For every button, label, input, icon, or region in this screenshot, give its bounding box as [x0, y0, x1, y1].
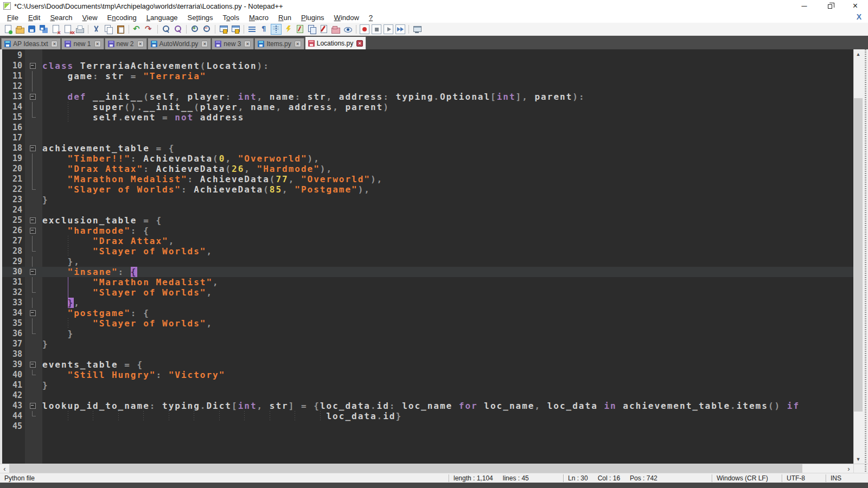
menu-plugins[interactable]: Plugins — [296, 12, 329, 23]
menu-[interactable]: ? — [364, 12, 378, 23]
code-line-20[interactable]: 20 "Drax Attax": AchieveData(26, "Hardmo… — [2, 164, 853, 174]
scroll-right-arrow[interactable]: › — [844, 464, 853, 473]
code-line-18[interactable]: 18achievement_table = { — [2, 143, 853, 153]
code-line-33[interactable]: 33 }, — [2, 298, 853, 308]
line-number[interactable]: 22 — [2, 184, 25, 195]
scroll-up-arrow[interactable]: ▲ — [854, 49, 863, 59]
code-line-41[interactable]: 41} — [2, 380, 853, 390]
line-number[interactable]: 17 — [2, 133, 25, 143]
code-line-10[interactable]: 10class TerrariaAchievement(Location): — [2, 61, 853, 71]
minimize-button[interactable]: ─ — [792, 0, 817, 12]
fold-marker[interactable] — [25, 215, 42, 226]
code-line-39[interactable]: 39events_table = { — [2, 359, 853, 370]
line-number[interactable]: 26 — [2, 226, 25, 236]
code-line-34[interactable]: 34 "postgame": { — [2, 308, 853, 318]
close-document-button[interactable]: X — [857, 12, 861, 21]
line-number[interactable]: 21 — [2, 174, 25, 184]
macro-record-icon[interactable] — [360, 24, 369, 34]
tab-items-py[interactable]: Items.py× — [254, 38, 304, 49]
line-number[interactable]: 16 — [2, 123, 25, 133]
line-number[interactable]: 9 — [2, 50, 25, 61]
line-number[interactable]: 39 — [2, 359, 25, 370]
fold-marker[interactable] — [25, 401, 42, 411]
line-number[interactable]: 45 — [2, 421, 25, 432]
tab-close-icon[interactable]: × — [51, 41, 58, 47]
status-encoding[interactable]: UTF-8 — [782, 473, 826, 483]
document-map-icon[interactable] — [295, 24, 305, 34]
line-number[interactable]: 44 — [2, 411, 25, 421]
indent-guide-icon[interactable] — [271, 24, 281, 34]
code-line-9[interactable]: 9 — [2, 50, 853, 61]
line-number[interactable]: 24 — [2, 205, 25, 215]
replace-icon[interactable] — [173, 24, 183, 34]
tab-new-3[interactable]: new 3× — [212, 38, 254, 49]
status-eol-format[interactable]: Windows (CR LF) — [712, 473, 782, 483]
code-line-29[interactable]: 29 }, — [2, 256, 853, 267]
undo-icon[interactable] — [132, 24, 142, 34]
save-all-icon[interactable] — [39, 24, 49, 34]
menu-settings[interactable]: Settings — [183, 12, 218, 23]
code-line-26[interactable]: 26 "hardmode": { — [2, 226, 853, 236]
fold-marker[interactable] — [25, 143, 42, 153]
line-number[interactable]: 31 — [2, 277, 25, 287]
code-line-22[interactable]: 22 "Slayer of Worlds": AchieveData(85, "… — [2, 184, 853, 195]
close-button[interactable]: × — [843, 0, 868, 12]
line-number[interactable]: 15 — [2, 112, 25, 123]
code-line-30[interactable]: 30 "insane": { — [2, 267, 853, 277]
find-icon[interactable] — [161, 24, 171, 34]
menu-tools[interactable]: Tools — [218, 12, 244, 23]
line-number[interactable]: 29 — [2, 256, 25, 267]
line-number[interactable]: 23 — [2, 195, 25, 205]
tab-close-icon[interactable]: × — [137, 41, 144, 47]
code-editor[interactable]: 910class TerrariaAchievement(Location):1… — [0, 49, 853, 464]
line-number[interactable]: 14 — [2, 102, 25, 112]
code-line-16[interactable]: 16 — [2, 123, 853, 133]
fold-marker[interactable] — [25, 308, 42, 318]
monitoring-icon[interactable] — [343, 24, 353, 34]
macro-run-multiple-icon[interactable] — [395, 24, 405, 34]
show-all-characters-icon[interactable] — [259, 24, 269, 34]
code-line-45[interactable]: 45 — [2, 421, 853, 432]
code-line-40[interactable]: 40 "Still Hungry": "Victory" — [2, 370, 853, 380]
code-line-13[interactable]: 13 def __init__(self, player: int, name:… — [2, 92, 853, 102]
menu-language[interactable]: Language — [142, 12, 183, 23]
line-number[interactable]: 28 — [2, 246, 25, 256]
code-line-21[interactable]: 21 "Marathon Medalist": AchieveData(77, … — [2, 174, 853, 184]
code-line-24[interactable]: 24 — [2, 205, 853, 215]
menu-window[interactable]: Window — [329, 12, 364, 23]
menu-macro[interactable]: Macro — [244, 12, 273, 23]
fold-marker[interactable] — [25, 226, 42, 236]
fold-marker[interactable] — [25, 359, 42, 370]
line-number[interactable]: 35 — [2, 318, 25, 329]
code-line-31[interactable]: 31 "Marathon Medalist", — [2, 277, 853, 287]
code-line-35[interactable]: 35 "Slayer of Worlds", — [2, 318, 853, 329]
folder-as-workspace-icon[interactable] — [331, 24, 341, 34]
macro-stop-icon[interactable] — [372, 24, 381, 34]
code-line-42[interactable]: 42 — [2, 390, 853, 401]
code-line-38[interactable]: 38 — [2, 349, 853, 359]
line-number[interactable]: 43 — [2, 401, 25, 411]
sync-scroll-vertical-icon[interactable] — [219, 24, 228, 34]
copy-icon[interactable] — [104, 24, 113, 34]
menu-encoding[interactable]: Encoding — [103, 12, 142, 23]
code-line-28[interactable]: 28 "Slayer of Worlds", — [2, 246, 853, 256]
code-line-44[interactable]: 44 loc_data.id} — [2, 411, 853, 421]
redo-icon[interactable] — [144, 24, 154, 34]
code-line-27[interactable]: 27 "Drax Attax", — [2, 236, 853, 246]
menu-view[interactable]: View — [78, 12, 103, 23]
code-line-32[interactable]: 32 "Slayer of Worlds", — [2, 287, 853, 298]
line-number[interactable]: 12 — [2, 81, 25, 92]
code-line-15[interactable]: 15 self.event = not address — [2, 112, 853, 123]
tab-close-icon[interactable]: × — [295, 41, 301, 47]
tab-close-icon[interactable]: × — [244, 41, 251, 47]
fold-marker[interactable] — [25, 61, 42, 71]
line-number[interactable]: 27 — [2, 236, 25, 246]
line-number[interactable]: 34 — [2, 308, 25, 318]
word-wrap-icon[interactable] — [247, 24, 257, 34]
print-icon[interactable] — [75, 24, 85, 34]
menu-search[interactable]: Search — [45, 12, 77, 23]
edit-macro-icon[interactable] — [319, 24, 329, 34]
close-all-icon[interactable] — [63, 24, 73, 34]
document-switcher-icon[interactable] — [412, 24, 422, 34]
function-list-icon[interactable] — [283, 24, 293, 34]
